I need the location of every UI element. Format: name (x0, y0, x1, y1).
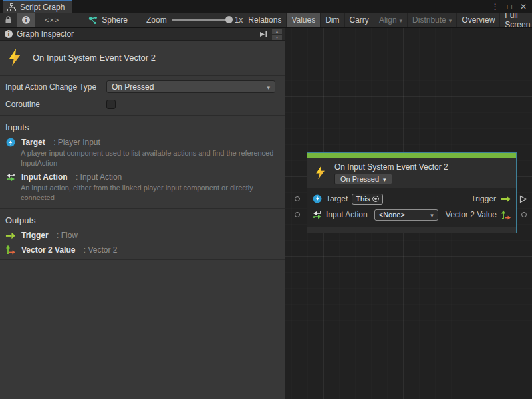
chevron-down-icon: ▾ (267, 84, 270, 91)
scroll-up-button[interactable]: ▲ (272, 29, 282, 34)
lock-button[interactable] (0, 13, 17, 27)
target-icon (313, 194, 322, 203)
input-action-dropdown[interactable]: <None> ▾ (374, 209, 438, 221)
lock-icon (5, 16, 12, 24)
align-button[interactable]: Align ▾ (374, 13, 407, 27)
window-close-icon[interactable]: ✕ (520, 2, 527, 11)
distribute-button[interactable]: Distribute ▾ (407, 13, 456, 27)
chevron-down-icon: ▾ (430, 212, 434, 219)
change-type-label: Input Action Change Type (5, 82, 106, 92)
port-description: A player input component used to list av… (21, 148, 279, 168)
input-doc-row: Input Action : Input Action (0, 170, 285, 182)
overview-label: Overview (462, 15, 495, 25)
input-doc-row: Target : Player Input (0, 136, 285, 147)
graph-inspector-panel: i Graph Inspector ▲ ▼ On Input System E (0, 28, 285, 399)
trigger-flow-port[interactable] (519, 195, 527, 203)
inspector-toggle-button[interactable]: i (17, 13, 35, 27)
info-icon: i (22, 16, 30, 24)
window-maximize-icon[interactable]: □ (507, 2, 512, 11)
zoom-slider-handle[interactable] (225, 16, 233, 23)
window-tab-strip: Script Graph ⋮ □ ✕ (0, 0, 532, 13)
script-graph-icon (7, 3, 16, 11)
tab-script-graph[interactable]: Script Graph (3, 0, 72, 13)
coroutine-checkbox[interactable] (106, 100, 116, 109)
port-name: Vector 2 Value (21, 245, 75, 255)
output-doc-row: Vector 2 Value : Vector 2 (0, 243, 285, 255)
port-description: An input action, either from the linked … (21, 183, 279, 203)
chevron-down-icon: ▾ (383, 176, 386, 183)
change-type-row: Input Action Change Type On Pressed ▾ (0, 80, 285, 94)
chevron-down-icon: ▾ (400, 17, 403, 24)
object-picker-icon[interactable] (372, 196, 379, 202)
vector2-value-port[interactable] (521, 212, 527, 217)
flow-arrow-icon (500, 196, 511, 203)
values-button[interactable]: Values (286, 13, 320, 27)
input-action-icon (5, 172, 15, 182)
graph-inspector-header: i Graph Inspector ▲ ▼ (0, 28, 285, 41)
node-title: On Input System Event Vector 2 (334, 162, 448, 172)
info-icon: i (5, 30, 13, 38)
node-header[interactable]: On Input System Event Vector 2 On Presse… (307, 158, 516, 188)
input-action-input-port[interactable] (295, 212, 300, 217)
event-mode-dropdown[interactable]: On Pressed ▾ (334, 174, 392, 184)
vector2-port-label: Vector 2 Value (446, 210, 497, 219)
node-row-input-action: Input Action <None> ▾ Vector 2 Value (307, 207, 516, 223)
chevron-down-icon: ▾ (449, 17, 452, 24)
carry-button[interactable]: Carry (344, 13, 374, 27)
vector2-icon (501, 210, 511, 220)
code-preview-button[interactable]: <×> (35, 13, 68, 27)
dock-panel-icon[interactable] (259, 31, 268, 38)
port-type: : Flow (55, 231, 78, 240)
window-controls: ⋮ □ ✕ (491, 0, 527, 13)
carry-label: Carry (350, 15, 369, 25)
change-type-value: On Pressed (112, 82, 154, 92)
distribute-label: Distribute (412, 15, 446, 25)
inputs-heading: Inputs (0, 116, 285, 136)
divider (0, 75, 285, 76)
port-type: : Player Input (51, 138, 100, 147)
unit-title-block: On Input System Event Vector 2 (0, 41, 285, 75)
zoom-value: 1x (235, 15, 243, 25)
main-area: i Graph Inspector ▲ ▼ On Input System E (0, 28, 532, 399)
zoom-label: Zoom (146, 15, 167, 25)
this-object-field[interactable]: This (352, 194, 383, 205)
event-mode-value: On Pressed (340, 175, 379, 183)
event-node[interactable]: On Input System Event Vector 2 On Presse… (307, 152, 517, 233)
input-action-port-label: Input Action (326, 210, 368, 219)
coroutine-label: Coroutine (5, 100, 106, 109)
zoom-control: Zoom 1x (146, 13, 243, 27)
graph-reference-label: Sphere (102, 15, 128, 25)
input-action-icon (313, 210, 322, 219)
scroll-down-button[interactable]: ▼ (272, 35, 282, 40)
coroutine-row: Coroutine (0, 97, 285, 111)
outputs-heading: Outputs (0, 209, 285, 229)
trigger-port-label: Trigger (471, 194, 496, 203)
window-menu-icon[interactable]: ⋮ (491, 2, 499, 11)
full-screen-button[interactable]: Full Screen (499, 13, 532, 27)
target-port-label: Target (326, 194, 348, 203)
change-type-dropdown[interactable]: On Pressed ▾ (106, 80, 275, 93)
output-doc-row: Trigger : Flow (0, 229, 285, 240)
graph-canvas[interactable]: On Input System Event Vector 2 On Presse… (285, 28, 532, 399)
relations-button[interactable]: Relations (243, 13, 286, 27)
port-name: Input Action (21, 172, 68, 182)
relations-label: Relations (248, 15, 281, 25)
flow-arrow-icon (5, 232, 15, 239)
target-input-port[interactable] (295, 196, 300, 201)
node-footer (307, 227, 516, 233)
dim-button[interactable]: Dim (320, 13, 344, 27)
dim-label: Dim (325, 15, 339, 25)
zoom-slider[interactable] (172, 19, 229, 21)
overview-button[interactable]: Overview (456, 13, 499, 27)
unit-title: On Input System Event Vector 2 (33, 53, 156, 63)
this-value: This (356, 195, 370, 203)
port-name: Target (21, 138, 45, 147)
toolbar-right-buttons: Relations Values Dim Carry Align ▾ Distr… (243, 13, 532, 27)
port-type: : Vector 2 (81, 245, 117, 255)
node-row-target: Target This Trigger (307, 191, 516, 207)
vector2-icon (5, 245, 15, 255)
graph-reference-breadcrumb[interactable]: Sphere (88, 13, 128, 27)
target-icon (5, 138, 15, 147)
node-body: Target This Trigger (307, 188, 516, 227)
graph-inspector-title: Graph Inspector (17, 29, 255, 39)
